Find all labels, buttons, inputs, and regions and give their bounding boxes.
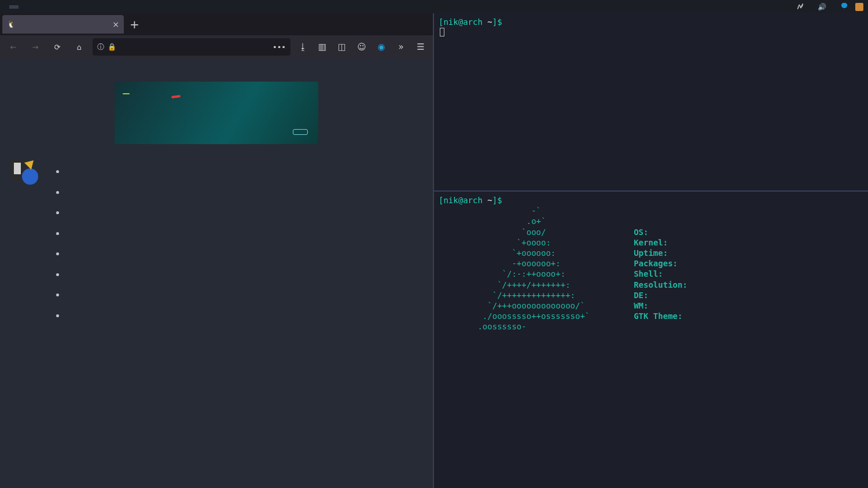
new-tab-button[interactable]: +	[124, 17, 145, 31]
workspace-3[interactable]	[9, 5, 19, 9]
workspace-1[interactable]	[0, 5, 9, 9]
arch-icon	[840, 3, 848, 11]
sidebar-icon[interactable]: ◫	[334, 39, 350, 54]
svg-rect-1	[14, 163, 21, 174]
account-icon[interactable]: ☺	[354, 39, 369, 54]
browser-tab-strip: 🐧 × +	[0, 13, 433, 35]
volume-indicator[interactable]: 🔊	[818, 3, 826, 11]
firefox-window: 🐧 × + ← → ⟳ ⌂ ⓘ 🔒 ••• ⭳ ▥ ◫ ☺ ◉ » ☰	[0, 13, 434, 488]
workspace-switcher	[0, 5, 28, 9]
favicon-icon: 🐧	[7, 20, 15, 28]
battery-indicator: 🗲	[797, 3, 804, 11]
terminal-1[interactable]: [nik@arch ~]$	[434, 13, 868, 192]
reload-button[interactable]: ⟳	[49, 38, 66, 56]
cursor-icon	[440, 28, 444, 36]
terminal-column: [nik@arch ~]$ [nik@arch ~]$ -` .o+` `ooo…	[434, 13, 868, 488]
ad-badge	[123, 93, 130, 94]
browser-tab[interactable]: 🐧 ×	[2, 15, 124, 34]
overflow-icon[interactable]: »	[393, 39, 409, 54]
library-icon[interactable]: ▥	[315, 39, 330, 54]
site-info-icon[interactable]: ⓘ	[97, 42, 104, 52]
article-icon	[8, 156, 41, 188]
extension-icon[interactable]: ◉	[374, 39, 389, 54]
workspace-10[interactable]	[19, 5, 28, 9]
system-tray: 🗲 🔊	[797, 3, 868, 11]
lock-icon: 🔒	[108, 43, 116, 51]
forward-button[interactable]: →	[27, 38, 44, 56]
home-button[interactable]: ⌂	[71, 38, 88, 56]
system-topbar: 🗲 🔊	[0, 0, 868, 13]
menu-icon[interactable]: ☰	[413, 39, 428, 54]
page-content	[0, 58, 433, 488]
terminal-2[interactable]: [nik@arch ~]$ -` .o+` `ooo/ OS: `+oooo: …	[434, 192, 868, 488]
svg-point-2	[22, 168, 38, 185]
browser-toolbar: ← → ⟳ ⌂ ⓘ 🔒 ••• ⭳ ▥ ◫ ☺ ◉ » ☰	[0, 35, 433, 58]
back-button[interactable]: ←	[5, 38, 22, 56]
ad-tag	[171, 95, 181, 98]
downloads-icon[interactable]: ⭳	[295, 39, 310, 54]
page-actions-icon[interactable]: •••	[273, 43, 286, 52]
power-icon[interactable]	[855, 3, 863, 11]
ad-cta-button[interactable]	[293, 129, 308, 135]
ad-banner[interactable]	[115, 82, 318, 144]
address-bar[interactable]: ⓘ 🔒 •••	[93, 38, 290, 56]
close-tab-icon[interactable]: ×	[112, 20, 119, 29]
